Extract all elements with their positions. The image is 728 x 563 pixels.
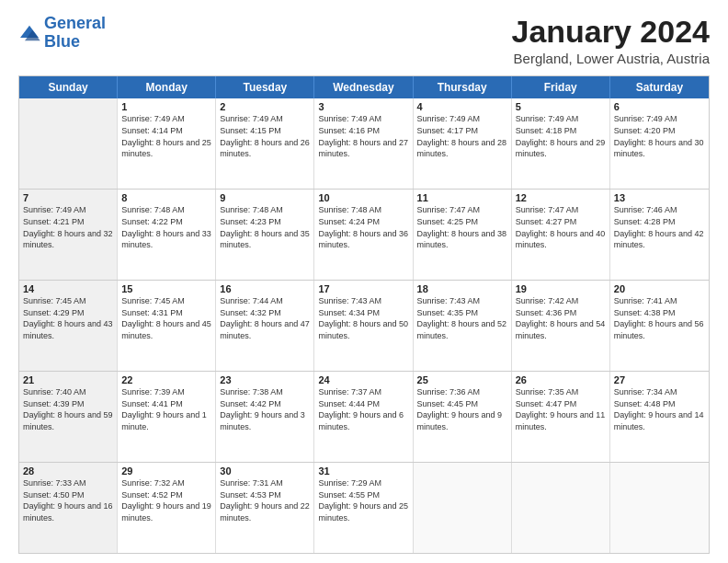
calendar-cell: 5Sunrise: 7:49 AMSunset: 4:18 PMDaylight… [512, 98, 610, 189]
sunset-text: Sunset: 4:53 PM [220, 489, 310, 501]
daylight-text: Daylight: 9 hours and 25 minutes. [318, 500, 408, 523]
sunset-text: Sunset: 4:25 PM [417, 216, 507, 228]
calendar-cell [414, 463, 512, 553]
day-number: 7 [23, 192, 113, 203]
sunset-text: Sunset: 4:38 PM [614, 307, 705, 319]
calendar-cell: 31Sunrise: 7:29 AMSunset: 4:55 PMDayligh… [314, 463, 413, 553]
day-number: 14 [23, 283, 113, 294]
sunrise-text: Sunrise: 7:29 AM [318, 477, 408, 489]
calendar-cell: 3Sunrise: 7:49 AMSunset: 4:16 PMDaylight… [314, 98, 413, 189]
sunset-text: Sunset: 4:41 PM [121, 398, 211, 410]
calendar-cell: 23Sunrise: 7:38 AMSunset: 4:42 PMDayligh… [216, 372, 314, 462]
sunset-text: Sunset: 4:35 PM [417, 307, 507, 319]
day-number: 22 [121, 374, 211, 385]
calendar-cell: 16Sunrise: 7:44 AMSunset: 4:32 PMDayligh… [216, 281, 314, 371]
day-number: 21 [23, 374, 113, 385]
sunrise-text: Sunrise: 7:48 AM [318, 204, 408, 216]
sunrise-text: Sunrise: 7:49 AM [23, 204, 113, 216]
sunrise-text: Sunrise: 7:49 AM [614, 113, 705, 125]
calendar-cell: 25Sunrise: 7:36 AMSunset: 4:45 PMDayligh… [414, 372, 512, 462]
page: General Blue January 2024 Bergland, Lowe… [0, 0, 728, 563]
sunrise-text: Sunrise: 7:49 AM [220, 113, 310, 125]
day-number: 27 [614, 374, 705, 385]
sunset-text: Sunset: 4:21 PM [23, 216, 113, 228]
day-number: 24 [318, 374, 408, 385]
sunset-text: Sunset: 4:18 PM [516, 125, 606, 137]
sunset-text: Sunset: 4:31 PM [121, 307, 211, 319]
daylight-text: Daylight: 8 hours and 38 minutes. [417, 228, 507, 251]
sunset-text: Sunset: 4:55 PM [318, 489, 408, 501]
sunset-text: Sunset: 4:22 PM [121, 216, 211, 228]
day-number: 2 [220, 101, 310, 112]
location-subtitle: Bergland, Lower Austria, Austria [512, 51, 711, 66]
sunrise-text: Sunrise: 7:39 AM [121, 386, 211, 398]
daylight-text: Daylight: 8 hours and 32 minutes. [23, 228, 113, 251]
day-number: 10 [318, 192, 408, 203]
sunrise-text: Sunrise: 7:36 AM [417, 386, 507, 398]
calendar-cell: 17Sunrise: 7:43 AMSunset: 4:34 PMDayligh… [314, 281, 413, 371]
calendar-cell: 28Sunrise: 7:33 AMSunset: 4:50 PMDayligh… [19, 463, 118, 553]
sunrise-text: Sunrise: 7:48 AM [121, 204, 211, 216]
sunset-text: Sunset: 4:28 PM [614, 216, 705, 228]
sunrise-text: Sunrise: 7:38 AM [220, 386, 310, 398]
daylight-text: Daylight: 8 hours and 40 minutes. [516, 228, 606, 251]
calendar-cell: 4Sunrise: 7:49 AMSunset: 4:17 PMDaylight… [414, 98, 512, 189]
daylight-text: Daylight: 8 hours and 36 minutes. [318, 228, 408, 251]
calendar-row-3: 14Sunrise: 7:45 AMSunset: 4:29 PMDayligh… [19, 280, 709, 371]
sunrise-text: Sunrise: 7:40 AM [23, 386, 113, 398]
sunset-text: Sunset: 4:32 PM [220, 307, 310, 319]
sunrise-text: Sunrise: 7:49 AM [417, 113, 507, 125]
sunrise-text: Sunrise: 7:43 AM [318, 295, 408, 307]
day-number: 8 [121, 192, 211, 203]
sunrise-text: Sunrise: 7:49 AM [516, 113, 606, 125]
sunset-text: Sunset: 4:16 PM [318, 125, 408, 137]
daylight-text: Daylight: 8 hours and 59 minutes. [23, 409, 113, 432]
day-header-friday: Friday [512, 76, 610, 98]
calendar-cell: 29Sunrise: 7:32 AMSunset: 4:52 PMDayligh… [118, 463, 216, 553]
daylight-text: Daylight: 8 hours and 45 minutes. [121, 318, 211, 341]
sunset-text: Sunset: 4:17 PM [417, 125, 507, 137]
day-number: 19 [516, 283, 606, 294]
sunset-text: Sunset: 4:24 PM [318, 216, 408, 228]
calendar: Sunday Monday Tuesday Wednesday Thursday… [18, 75, 710, 554]
calendar-cell: 24Sunrise: 7:37 AMSunset: 4:44 PMDayligh… [314, 372, 413, 462]
day-number: 13 [614, 192, 705, 203]
calendar-row-5: 28Sunrise: 7:33 AMSunset: 4:50 PMDayligh… [19, 462, 709, 553]
daylight-text: Daylight: 8 hours and 26 minutes. [220, 137, 310, 160]
day-number: 11 [417, 192, 507, 203]
calendar-cell: 11Sunrise: 7:47 AMSunset: 4:25 PMDayligh… [414, 190, 512, 280]
calendar-cell: 19Sunrise: 7:42 AMSunset: 4:36 PMDayligh… [512, 281, 610, 371]
calendar-cell: 1Sunrise: 7:49 AMSunset: 4:14 PMDaylight… [118, 98, 216, 189]
daylight-text: Daylight: 8 hours and 50 minutes. [318, 318, 408, 341]
day-number: 16 [220, 283, 310, 294]
sunrise-text: Sunrise: 7:34 AM [614, 386, 705, 398]
sunset-text: Sunset: 4:52 PM [121, 489, 211, 501]
calendar-body: 1Sunrise: 7:49 AMSunset: 4:14 PMDaylight… [19, 98, 709, 553]
day-header-tuesday: Tuesday [216, 76, 314, 98]
day-number: 15 [121, 283, 211, 294]
day-number: 5 [516, 101, 606, 112]
day-number: 25 [417, 374, 507, 385]
calendar-cell: 18Sunrise: 7:43 AMSunset: 4:35 PMDayligh… [414, 281, 512, 371]
sunset-text: Sunset: 4:23 PM [220, 216, 310, 228]
day-number: 1 [121, 101, 211, 112]
day-header-monday: Monday [118, 76, 216, 98]
sunrise-text: Sunrise: 7:47 AM [417, 204, 507, 216]
sunset-text: Sunset: 4:15 PM [220, 125, 310, 137]
calendar-cell: 15Sunrise: 7:45 AMSunset: 4:31 PMDayligh… [118, 281, 216, 371]
daylight-text: Daylight: 9 hours and 1 minute. [121, 409, 211, 432]
sunrise-text: Sunrise: 7:37 AM [318, 386, 408, 398]
day-number: 18 [417, 283, 507, 294]
day-number: 3 [318, 101, 408, 112]
daylight-text: Daylight: 8 hours and 35 minutes. [220, 228, 310, 251]
day-number: 28 [23, 465, 113, 477]
day-number: 30 [220, 465, 310, 477]
calendar-row-2: 7Sunrise: 7:49 AMSunset: 4:21 PMDaylight… [19, 189, 709, 280]
sunrise-text: Sunrise: 7:33 AM [23, 477, 113, 489]
calendar-cell [512, 463, 610, 553]
sunset-text: Sunset: 4:44 PM [318, 398, 408, 410]
daylight-text: Daylight: 8 hours and 33 minutes. [121, 228, 211, 251]
calendar-cell: 2Sunrise: 7:49 AMSunset: 4:15 PMDaylight… [216, 98, 314, 189]
sunrise-text: Sunrise: 7:43 AM [417, 295, 507, 307]
daylight-text: Daylight: 8 hours and 25 minutes. [121, 137, 211, 160]
